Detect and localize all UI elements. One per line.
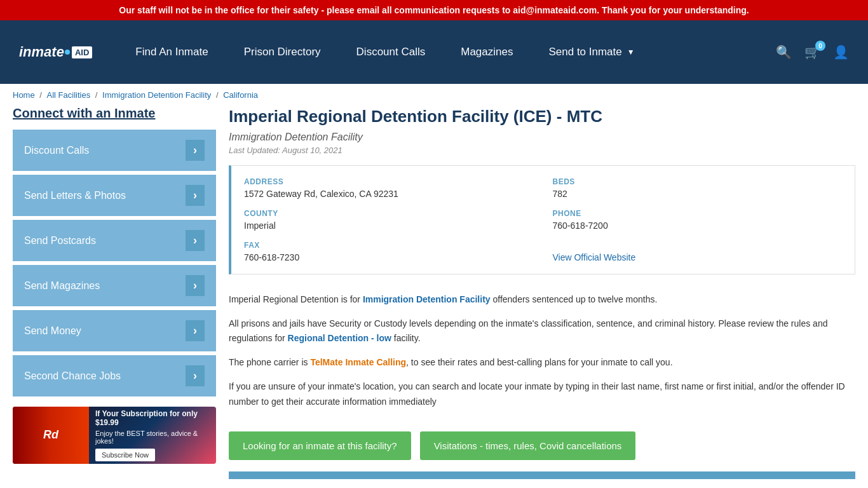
desc-paragraph-3: The phone carrier is TelMate Inmate Call…	[229, 355, 855, 370]
breadcrumb-all-facilities[interactable]: All Facilities	[47, 90, 91, 100]
sidebar-second-chance-btn[interactable]: Second Chance Jobs ›	[13, 355, 216, 396]
fax-value: 760-618-7230	[244, 252, 534, 262]
ad-book-label: Rd	[43, 428, 58, 442]
desc-paragraph-1: Imperial Regional Detention is for Immig…	[229, 292, 855, 308]
sidebar-send-letters-btn[interactable]: Send Letters & Photos ›	[13, 175, 216, 216]
alert-banner: Our staff will not be in the office for …	[0, 0, 868, 20]
sidebar-discount-calls-btn[interactable]: Discount Calls ›	[13, 130, 216, 171]
arrow-icon: ›	[186, 140, 205, 161]
sidebar-title: Connect with an Inmate	[13, 106, 216, 121]
facility-last-updated: Last Updated: August 10, 2021	[229, 146, 855, 155]
breadcrumb-immigration-detention[interactable]: Immigration Detention Facility	[102, 90, 211, 100]
sidebar-send-money-btn[interactable]: Send Money ›	[13, 310, 216, 351]
beds-block: BEDS 782	[553, 177, 843, 199]
breadcrumb: Home / All Facilities / Immigration Dete…	[0, 84, 868, 106]
header-icons: 🔍 🛒 0 👤	[776, 44, 849, 60]
breadcrumb-california[interactable]: California	[223, 90, 258, 100]
facility-content: Imperial Regional Detention Facility (IC…	[229, 106, 855, 479]
blue-divider	[229, 471, 855, 479]
arrow-icon: ›	[186, 275, 205, 296]
search-button[interactable]: 🔍	[776, 44, 792, 60]
facility-title: Imperial Regional Detention Facility (IC…	[229, 106, 855, 128]
user-icon: 👤	[833, 45, 849, 59]
facility-description: Imperial Regional Detention is for Immig…	[229, 286, 855, 425]
arrow-icon: ›	[186, 185, 205, 206]
immigration-detention-link[interactable]: Immigration Detention Facility	[363, 294, 491, 304]
arrow-icon: ›	[186, 365, 205, 386]
fax-block: FAX 760-618-7230	[244, 241, 534, 262]
visitations-btn[interactable]: Visitations - times, rules, Covid cancel…	[420, 431, 636, 460]
logo-aid-box: AID	[72, 46, 92, 58]
county-label: COUNTY	[244, 209, 534, 218]
official-website-link[interactable]: View Official Website	[553, 252, 636, 262]
nav-prison-directory[interactable]: Prison Directory	[226, 46, 339, 58]
breadcrumb-home[interactable]: Home	[13, 90, 35, 100]
county-block: COUNTY Imperial	[244, 209, 534, 231]
cart-button[interactable]: 🛒 0	[804, 44, 820, 60]
logo-dot	[65, 50, 70, 55]
arrow-icon: ›	[186, 320, 205, 341]
phone-value: 760-618-7200	[553, 220, 843, 231]
nav-find-inmate[interactable]: Find An Inmate	[118, 46, 226, 58]
ad-promo-text: If Your Subscription for only $19.99 Enj…	[89, 407, 216, 464]
fax-label: FAX	[244, 241, 534, 250]
dropdown-arrow-icon: ▼	[627, 48, 635, 57]
site-logo[interactable]: inmate AID	[19, 44, 92, 60]
search-icon: 🔍	[776, 45, 792, 59]
desc-paragraph-2: All prisons and jails have Security or C…	[229, 316, 855, 347]
phone-label: PHONE	[553, 209, 843, 218]
main-container: Connect with an Inmate Discount Calls › …	[0, 106, 868, 479]
ad-book-cover: Rd	[13, 407, 89, 464]
main-nav: Find An Inmate Prison Directory Discount…	[118, 46, 776, 58]
regional-detention-link[interactable]: Regional Detention - low	[288, 333, 391, 343]
facility-subtitle: Immigration Detention Facility	[229, 132, 855, 143]
sidebar: Connect with an Inmate Discount Calls › …	[13, 106, 216, 479]
address-block: ADDRESS 1572 Gateway Rd, Calexico, CA 92…	[244, 177, 534, 199]
desc-paragraph-4: If you are unsure of your inmate's locat…	[229, 379, 855, 410]
sidebar-advertisement: Rd If Your Subscription for only $19.99 …	[13, 407, 216, 464]
nav-send-to-inmate[interactable]: Send to Inmate ▼	[531, 46, 652, 58]
beds-label: BEDS	[553, 177, 843, 186]
logo-inmate-text: inmate	[19, 44, 64, 60]
account-button[interactable]: 👤	[833, 44, 849, 60]
beds-value: 782	[553, 189, 843, 199]
nav-discount-calls[interactable]: Discount Calls	[339, 46, 444, 58]
address-value: 1572 Gateway Rd, Calexico, CA 92231	[244, 189, 534, 199]
sidebar-send-postcards-btn[interactable]: Send Postcards ›	[13, 220, 216, 261]
find-inmate-btn[interactable]: Looking for an inmate at this facility?	[229, 431, 411, 460]
phone-block: PHONE 760-618-7200	[553, 209, 843, 231]
nav-magazines[interactable]: Magazines	[443, 46, 531, 58]
facility-info-grid: ADDRESS 1572 Gateway Rd, Calexico, CA 92…	[244, 177, 842, 262]
cart-badge: 0	[815, 41, 825, 51]
ad-subscribe-button[interactable]: Subscribe Now	[95, 449, 155, 461]
website-block: View Official Website	[553, 241, 843, 262]
arrow-icon: ›	[186, 230, 205, 251]
telmate-link[interactable]: TelMate Inmate Calling	[310, 357, 406, 367]
facility-info-section: ADDRESS 1572 Gateway Rd, Calexico, CA 92…	[229, 165, 855, 274]
county-value: Imperial	[244, 220, 534, 231]
sidebar-send-magazines-btn[interactable]: Send Magazines ›	[13, 265, 216, 306]
address-label: ADDRESS	[244, 177, 534, 186]
facility-action-buttons: Looking for an inmate at this facility? …	[229, 431, 855, 460]
site-header: inmate AID Find An Inmate Prison Directo…	[0, 20, 868, 84]
